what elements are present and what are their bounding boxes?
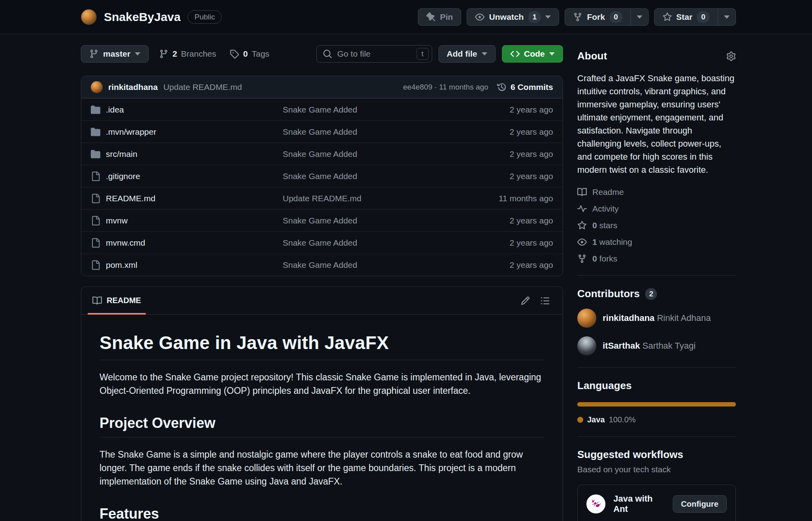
file-name-cell[interactable]: README.md (91, 194, 273, 203)
chevron-down-icon (482, 52, 487, 55)
file-icon (92, 194, 100, 203)
commit-author-avatar[interactable] (91, 81, 103, 93)
forks-link[interactable]: 0 forks (577, 254, 736, 263)
commit-author[interactable]: rinkitadhana (108, 82, 158, 92)
table-row[interactable]: src/main Snake Game Added 2 years ago (81, 143, 563, 165)
edit-pencil-icon[interactable] (521, 296, 530, 305)
file-name-cell[interactable]: mvnw (91, 216, 273, 225)
ant-logo (586, 494, 605, 513)
readme-tab-bar: README (81, 287, 563, 315)
commit-date-cell: 2 years ago (466, 260, 553, 270)
commit-date-cell: 2 years ago (466, 172, 553, 181)
file-name-cell[interactable]: pom.xml (91, 260, 273, 270)
file-name-cell[interactable]: src/main (91, 149, 273, 159)
table-row[interactable]: mvnw.cmd Snake Game Added 2 years ago (81, 231, 563, 254)
header-actions: Pin Unwatch 1 Fork 0 (418, 8, 736, 26)
file-icon (92, 216, 100, 225)
commit-history-link[interactable]: 6 Commits (497, 82, 553, 92)
chevron-down-icon (637, 15, 642, 19)
code-button[interactable]: Code (502, 45, 563, 63)
commit-message-cell[interactable]: Snake Game Added (283, 238, 456, 248)
visibility-badge: Public (188, 10, 222, 24)
contributors-title[interactable]: Contributors (577, 288, 640, 300)
file-name-cell[interactable]: .mvn/wrapper (91, 127, 273, 137)
readme-overview-heading: Project Overview (100, 415, 544, 437)
avatar[interactable] (577, 336, 596, 355)
about-title: About (577, 50, 607, 62)
commit-message-cell[interactable]: Snake Game Added (283, 216, 456, 225)
configure-button[interactable]: Configure (673, 495, 727, 513)
repo-title[interactable]: SnakeByJava (104, 10, 180, 24)
gear-icon[interactable] (726, 52, 736, 61)
pin-button[interactable]: Pin (418, 8, 462, 26)
search-icon (323, 49, 332, 59)
table-row[interactable]: .gitignore Snake Game Added 2 years ago (81, 165, 563, 187)
unwatch-button[interactable]: Unwatch 1 (467, 8, 559, 26)
chevron-down-icon (545, 15, 551, 19)
java-color-dot (577, 417, 583, 423)
tags-link[interactable]: 0 Tags (230, 49, 269, 59)
readme-overview-text: The Snake Game is a simple and nostalgic… (100, 448, 544, 488)
latest-commit-bar: rinkitadhana Update README.md ee4e809 · … (81, 76, 563, 98)
go-to-file-search: t (316, 45, 432, 63)
commit-message-cell[interactable]: Update README.md (283, 194, 456, 203)
commit-message-cell[interactable]: Snake Game Added (283, 260, 456, 270)
table-row[interactable]: pom.xml Snake Game Added 2 years ago (81, 254, 563, 276)
eye-icon (475, 13, 485, 21)
commit-date-cell: 11 months ago (466, 194, 553, 203)
readme-title: Snake Game in Java with JavaFX (100, 332, 544, 360)
fork-icon (574, 13, 581, 21)
workflow-title: Java with Ant (613, 494, 665, 514)
contributors-count-badge: 2 (645, 288, 657, 300)
contributor-row[interactable]: itSarthak Sarthak Tyagi (577, 336, 736, 355)
file-name-cell[interactable]: .gitignore (91, 172, 273, 181)
watching-link[interactable]: 1 watching (577, 237, 736, 247)
eye-icon (577, 239, 587, 246)
commit-message-cell[interactable]: Snake Game Added (283, 172, 456, 181)
folder-icon (91, 105, 100, 114)
book-icon (577, 188, 587, 196)
branch-selector[interactable]: master (81, 45, 149, 63)
workflow-card-java-ant: Java with Ant Configure Build and test a… (577, 485, 736, 521)
file-icon (92, 172, 100, 181)
folder-icon (91, 150, 100, 158)
add-file-button[interactable]: Add file (439, 45, 496, 63)
stars-link[interactable]: 0 stars (577, 221, 736, 230)
language-legend-java[interactable]: Java 100.0% (577, 415, 736, 424)
file-name-cell[interactable]: .idea (91, 105, 273, 115)
avatar[interactable] (577, 309, 596, 328)
fork-button[interactable]: Fork 0 (565, 8, 630, 26)
tab-readme[interactable]: README (86, 287, 147, 314)
tag-icon (230, 50, 239, 59)
star-button[interactable]: Star 0 (654, 8, 718, 26)
commit-message-cell[interactable]: Snake Game Added (283, 127, 456, 137)
repo-owner-avatar[interactable] (81, 9, 97, 25)
fork-dropdown-button[interactable] (630, 8, 649, 26)
table-row[interactable]: mvnw Snake Game Added 2 years ago (81, 209, 563, 231)
readme-card: README Snake Game in Java with JavaFX We… (81, 286, 563, 521)
readme-link[interactable]: Readme (577, 187, 736, 197)
table-row[interactable]: .idea Snake Game Added 2 years ago (81, 98, 563, 120)
outline-list-icon[interactable] (540, 296, 550, 305)
star-icon (578, 221, 586, 229)
folder-icon (91, 128, 100, 136)
star-dropdown-button[interactable] (718, 8, 736, 26)
activity-link[interactable]: Activity (577, 204, 736, 214)
file-name-cell[interactable]: mvnw.cmd (91, 238, 273, 248)
chevron-down-icon (549, 52, 555, 55)
fork-count: 0 (609, 11, 622, 23)
commit-message-cell[interactable]: Snake Game Added (283, 105, 456, 115)
commit-sha-time[interactable]: ee4e809 · 11 months ago (403, 83, 488, 92)
table-row[interactable]: .mvn/wrapper Snake Game Added 2 years ag… (81, 120, 563, 143)
branches-link[interactable]: 2 Branches (159, 49, 216, 59)
table-row[interactable]: README.md Update README.md 11 months ago (81, 187, 563, 209)
languages-title: Languages (577, 380, 736, 392)
repo-header: SnakeByJava Public Pin Unwatch 1 Fork 0 (0, 0, 812, 34)
readme-intro: Welcome to the Snake Game project reposi… (100, 370, 544, 397)
commit-message[interactable]: Update README.md (163, 82, 242, 92)
commit-date-cell: 2 years ago (466, 238, 553, 248)
contributor-row[interactable]: rinkitadhana Rinkit Adhana (577, 309, 736, 328)
commit-message-cell[interactable]: Snake Game Added (283, 149, 456, 159)
go-to-file-input[interactable] (316, 45, 432, 63)
workflows-subtitle: Based on your tech stack (577, 465, 736, 474)
